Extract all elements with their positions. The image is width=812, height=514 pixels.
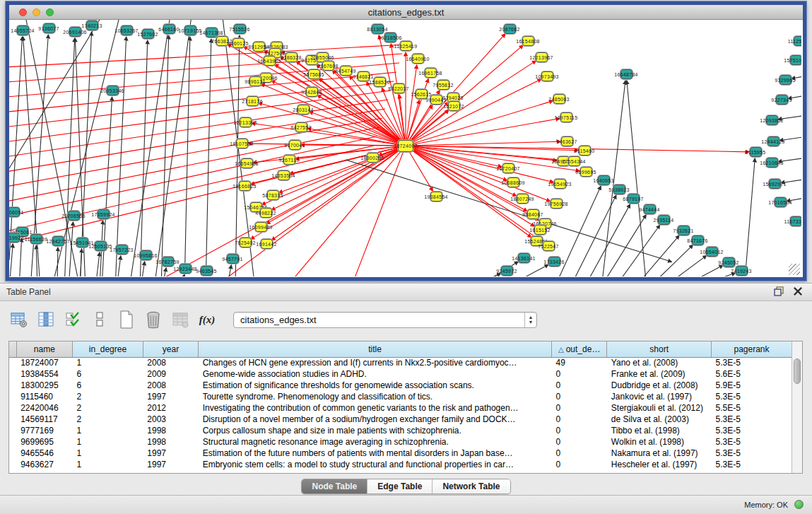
table-cell[interactable]: 18724007 bbox=[16, 357, 72, 368]
table-cell[interactable]: Jankovic et al. (1997) bbox=[607, 391, 712, 402]
table-chooser-combobox[interactable]: citations_edges.txt ▲▼ bbox=[233, 312, 537, 328]
graph-node[interactable]: 9146821 bbox=[358, 71, 370, 81]
table-cell[interactable]: 5.3E-5 bbox=[711, 391, 792, 402]
graph-node[interactable]: 12213393 bbox=[240, 117, 252, 127]
table-cell[interactable]: Tibbo et al. (1998) bbox=[607, 425, 712, 436]
column-header-title[interactable]: title bbox=[199, 341, 552, 357]
table-cell[interactable]: 9699695 bbox=[16, 436, 72, 448]
table-cell[interactable]: 5.3E-5 bbox=[711, 414, 792, 425]
table-cell[interactable]: 1998 bbox=[143, 425, 198, 436]
graph-node[interactable]: 14353594 bbox=[278, 170, 290, 180]
table-cell[interactable]: Investigating the contribution of common… bbox=[199, 402, 552, 414]
graph-node[interactable]: 18107554 bbox=[236, 139, 248, 148]
table-cell[interactable]: de Silva et al. (2003) bbox=[607, 414, 712, 425]
graph-node[interactable]: 7419243 bbox=[736, 266, 748, 276]
window-titlebar[interactable]: citations_edges.txt bbox=[9, 5, 803, 20]
graph-node[interactable]: 9170041 bbox=[289, 140, 301, 150]
table-cell[interactable]: 2009 bbox=[143, 368, 198, 380]
table-cell[interactable]: 0 bbox=[551, 391, 606, 402]
graph-node[interactable]: 9457791 bbox=[227, 254, 239, 264]
table-cell[interactable]: 0 bbox=[551, 459, 606, 470]
table-cell[interactable]: Estimation of significance thresholds fo… bbox=[199, 380, 552, 391]
graph-node[interactable]: 16961758 bbox=[425, 68, 437, 78]
graph-node[interactable]: 1588520 bbox=[374, 77, 386, 87]
table-row[interactable]: 1872400712008Changes of HCN gene express… bbox=[9, 357, 792, 368]
table-cell[interactable]: 5.3E-5 bbox=[711, 357, 792, 368]
graph-node[interactable]: 9245052 bbox=[723, 257, 735, 267]
table-cell[interactable]: Franke et al. (2009) bbox=[607, 368, 712, 380]
table-cell[interactable]: 1 bbox=[73, 436, 143, 448]
graph-node[interactable]: 12942757 bbox=[52, 236, 64, 246]
scrollbar-thumb[interactable] bbox=[794, 358, 801, 384]
table-cell[interactable]: Tourette syndrome. Phenomenology and cla… bbox=[199, 391, 552, 402]
graph-node[interactable]: 17957223 bbox=[116, 245, 128, 255]
delete-column-trash-button[interactable] bbox=[144, 310, 163, 329]
graph-node[interactable]: 15720407 bbox=[502, 163, 514, 173]
table-cell[interactable]: 0 bbox=[551, 436, 606, 448]
row-height-button[interactable] bbox=[90, 310, 109, 329]
table-cell[interactable]: 1998 bbox=[143, 436, 198, 448]
table-row[interactable]: 911546021997Tourette syndrome. Phenomeno… bbox=[9, 391, 792, 402]
graph-node[interactable]: 12923448 bbox=[180, 264, 192, 274]
graph-node[interactable]: 14055724 bbox=[17, 25, 29, 35]
table-cell[interactable]: Structural magnetic resonance image aver… bbox=[199, 436, 552, 448]
graph-node[interactable]: 9463627 bbox=[561, 136, 573, 146]
graph-node[interactable]: 20053346 bbox=[107, 86, 119, 95]
show-columns-button[interactable] bbox=[37, 310, 55, 329]
graph-node[interactable]: 9245972 bbox=[501, 266, 513, 276]
table-cell[interactable]: 5.3E-5 bbox=[711, 448, 792, 459]
table-vertical-scrollbar[interactable] bbox=[792, 341, 802, 473]
table-cell[interactable]: Nakamura et al. (1997) bbox=[607, 448, 712, 459]
graph-node[interactable]: 7663822 bbox=[216, 36, 228, 46]
graph-node[interactable]: 18300295 bbox=[367, 153, 379, 163]
graph-node[interactable]: 16099489 bbox=[255, 222, 267, 232]
column-header-name[interactable]: name bbox=[16, 341, 72, 357]
graph-node[interactable]: 15692971 bbox=[769, 179, 781, 189]
table-row[interactable]: 946362711997Embryonic stem cells: a mode… bbox=[9, 459, 792, 470]
table-row[interactable]: 1830029562008Estimation of significance … bbox=[9, 380, 792, 391]
graph-node[interactable]: 9136077 bbox=[43, 23, 55, 33]
table-row[interactable]: 2242004622012Investigating the contribut… bbox=[9, 402, 792, 414]
table-cell[interactable]: 0 bbox=[551, 425, 606, 436]
resize-grip-icon[interactable] bbox=[789, 264, 800, 275]
table-cell[interactable]: Wolkin et al. (1998) bbox=[607, 436, 712, 448]
graph-node[interactable]: 9242848 bbox=[306, 87, 318, 97]
table-cell[interactable]: 5.9E-5 bbox=[711, 380, 792, 391]
graph-node[interactable]: 16648784 bbox=[620, 69, 632, 79]
graph-node[interactable]: 17554344 bbox=[568, 156, 580, 166]
graph-node[interactable]: 6466160 bbox=[163, 24, 175, 34]
graph-node[interactable]: 2718176 bbox=[247, 96, 259, 106]
table-cell[interactable]: 0 bbox=[551, 368, 606, 380]
graph-node[interactable]: 8454749 bbox=[340, 66, 352, 76]
table-cell[interactable]: 5.3E-5 bbox=[711, 425, 792, 436]
graph-node[interactable]: 6879197 bbox=[628, 194, 640, 204]
graph-node[interactable]: 8813054 bbox=[372, 24, 384, 34]
table-row[interactable]: 946554611997Estimation of the future num… bbox=[9, 448, 792, 459]
graph-node[interactable]: 9884067 bbox=[527, 209, 539, 219]
graph-node[interactable]: 16154808 bbox=[522, 36, 534, 46]
table-cell[interactable]: 9463627 bbox=[16, 459, 72, 470]
graph-node[interactable]: 3919923 bbox=[9, 233, 20, 243]
graph-node[interactable]: 8186328 bbox=[286, 52, 298, 62]
table-row[interactable]: 969969511998Structural magnetic resonanc… bbox=[9, 436, 792, 448]
float-panel-icon[interactable] bbox=[774, 286, 784, 296]
graph-node[interactable]: 15751074 bbox=[790, 55, 802, 65]
graph-node[interactable]: 11325419 bbox=[400, 41, 412, 51]
network-canvas[interactable]: 2506051140557249136077206914061740213106… bbox=[9, 20, 801, 276]
column-header-pagerank[interactable]: pagerank bbox=[711, 341, 792, 357]
graph-node[interactable]: 8427552 bbox=[295, 122, 307, 132]
graph-node[interactable]: 19384554 bbox=[430, 192, 442, 201]
table-cell[interactable]: 1 bbox=[73, 425, 143, 436]
column-header-out_de[interactable]: △out_de… bbox=[551, 341, 606, 357]
table-cell[interactable]: Genome-wide association studies in ADHD. bbox=[199, 368, 552, 380]
graph-node[interactable]: 16640910 bbox=[412, 54, 424, 64]
close-panel-icon[interactable] bbox=[794, 287, 802, 296]
graph-node[interactable]: 11125253 bbox=[794, 36, 802, 46]
graph-node[interactable]: 9660125 bbox=[233, 38, 245, 48]
column-header-short[interactable]: short bbox=[607, 341, 712, 357]
graph-node[interactable]: 1740213 bbox=[86, 21, 98, 30]
graph-node[interactable]: 9115460 bbox=[579, 146, 591, 156]
graph-node[interactable]: 7932621 bbox=[678, 226, 690, 235]
table-cell[interactable]: Hescheler et al. (1997) bbox=[607, 459, 712, 470]
graph-node[interactable]: 16782759 bbox=[162, 257, 174, 267]
